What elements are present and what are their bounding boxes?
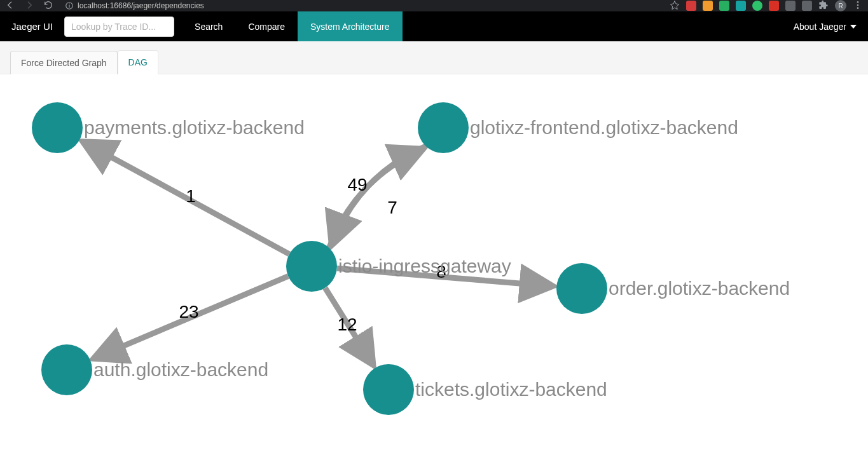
extension-icon[interactable] xyxy=(752,1,762,11)
tab-dag[interactable]: DAG xyxy=(118,50,158,74)
extension-icon[interactable] xyxy=(703,1,713,11)
svg-rect-2 xyxy=(69,4,69,4)
nav-search[interactable]: Search xyxy=(182,11,235,41)
graph-node[interactable] xyxy=(418,102,469,153)
graph-edge xyxy=(329,149,424,248)
extension-icon[interactable] xyxy=(686,1,696,11)
extension-icon[interactable] xyxy=(719,1,729,11)
chevron-down-icon xyxy=(850,24,857,30)
extension-icon[interactable] xyxy=(785,1,796,11)
app-header: Jaeger UI Search Compare System Architec… xyxy=(0,11,868,41)
address-bar[interactable]: localhost:16686/jaeger/dependencies xyxy=(60,1,665,10)
tab-force-directed[interactable]: Force Directed Graph xyxy=(10,51,118,74)
graph-edge xyxy=(325,288,373,365)
dependency-graph[interactable]: 149782312payments.glotixz-backendglotixz… xyxy=(0,74,868,455)
graph-edge xyxy=(93,276,288,358)
reload-icon[interactable] xyxy=(43,0,53,12)
url-text: localhost:16686/jaeger/dependencies xyxy=(78,1,204,10)
about-label: About Jaeger xyxy=(794,22,846,32)
graph-node[interactable] xyxy=(363,364,414,415)
trace-id-input[interactable] xyxy=(64,17,174,37)
app-title[interactable]: Jaeger UI xyxy=(0,11,64,41)
back-icon[interactable] xyxy=(5,0,15,12)
bookmark-icon[interactable] xyxy=(670,0,680,12)
site-info-icon xyxy=(65,1,74,10)
nav-system-architecture[interactable]: System Architecture xyxy=(298,11,403,41)
graph-node[interactable] xyxy=(286,241,337,292)
extensions-puzzle-icon[interactable] xyxy=(818,0,829,12)
graph-node[interactable] xyxy=(41,344,92,395)
svg-point-4 xyxy=(857,4,859,6)
menu-dots-icon[interactable] xyxy=(853,0,863,12)
forward-icon[interactable] xyxy=(24,0,34,12)
svg-point-5 xyxy=(857,7,859,9)
graph-edge xyxy=(332,146,426,245)
about-menu[interactable]: About Jaeger xyxy=(782,11,868,41)
profile-avatar[interactable]: R xyxy=(835,0,846,11)
graph-edge xyxy=(337,268,553,286)
tab-strip: Force Directed Graph DAG xyxy=(0,41,868,74)
extension-icon[interactable] xyxy=(769,1,779,11)
graph-node[interactable] xyxy=(556,263,607,314)
graph-svg xyxy=(0,74,868,455)
browser-chrome: localhost:16686/jaeger/dependencies R xyxy=(0,0,868,11)
nav-compare[interactable]: Compare xyxy=(235,11,298,41)
extension-icon[interactable] xyxy=(736,1,746,11)
graph-edge xyxy=(83,142,289,254)
svg-point-3 xyxy=(857,1,859,3)
extension-icon[interactable] xyxy=(802,1,812,11)
svg-rect-1 xyxy=(69,5,69,8)
graph-node[interactable] xyxy=(32,102,83,153)
